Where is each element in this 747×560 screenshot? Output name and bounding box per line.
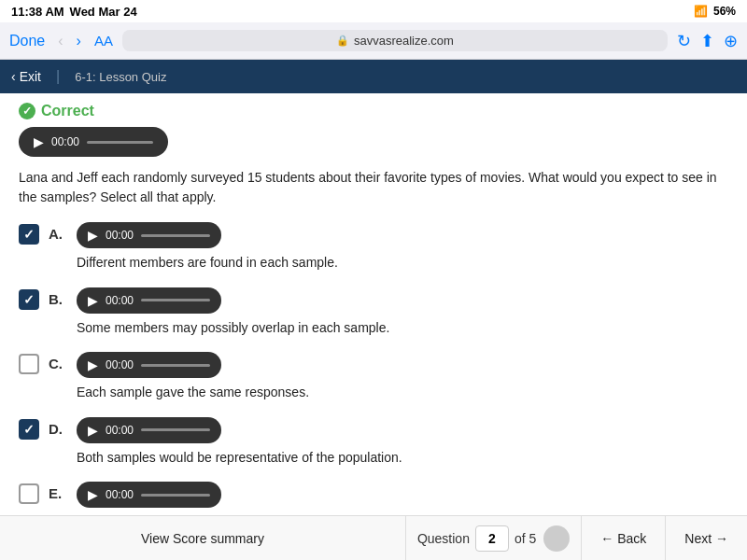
checkbox-c[interactable] <box>19 354 39 374</box>
nav-divider: | <box>56 68 60 85</box>
date-display: Wed Mar 24 <box>70 5 137 19</box>
question-number-input[interactable] <box>475 525 509 552</box>
question-label: Question <box>417 531 470 546</box>
bottom-bar: View Score summary Question of 5 ← Back … <box>0 515 747 560</box>
back-button[interactable]: ← Back <box>582 516 666 560</box>
exit-label: Exit <box>20 69 41 84</box>
content-area: ✓ Correct ▶ 00:00 Lana and Jeff each ran… <box>0 93 747 515</box>
audio-player-d[interactable]: ▶ 00:00 <box>77 417 221 443</box>
play-icon-c[interactable]: ▶ <box>88 357 98 372</box>
checkbox-b[interactable] <box>19 289 39 310</box>
option-label-c: C. <box>49 356 67 371</box>
correct-banner: ✓ Correct <box>19 103 728 119</box>
audio-time-d: 00:00 <box>106 424 134 437</box>
view-score-button[interactable]: View Score summary <box>0 516 406 560</box>
wifi-icon: 📶 <box>694 5 708 18</box>
url-text: savvasrealize.com <box>354 34 454 48</box>
progress-b <box>141 299 210 301</box>
option-content-e: ▶ 00:00 <box>77 482 728 508</box>
audio-player-e[interactable]: ▶ 00:00 <box>77 482 221 508</box>
audio-time-c: 00:00 <box>106 358 134 371</box>
done-button[interactable]: Done <box>9 33 45 49</box>
correct-label: Correct <box>41 103 94 119</box>
correct-check-icon: ✓ <box>19 103 35 119</box>
audio-player-b[interactable]: ▶ 00:00 <box>77 287 221 314</box>
option-label-e: E. <box>49 485 67 501</box>
main-audio-player[interactable]: ▶ 00:00 <box>19 127 168 157</box>
audio-time-e: 00:00 <box>106 488 134 501</box>
bookmark-icon[interactable]: ⊕ <box>724 31 738 51</box>
question-check-icon <box>543 525 570 552</box>
option-content-c: ▶ 00:00 Each sample gave the same respon… <box>77 352 728 402</box>
checkbox-d[interactable] <box>19 419 39 440</box>
question-of-label: of 5 <box>514 531 536 546</box>
play-icon-d[interactable]: ▶ <box>88 423 98 438</box>
audio-time-b: 00:00 <box>106 294 134 307</box>
app-nav-bar: ‹ Exit | 6-1: Lesson Quiz <box>0 60 747 93</box>
option-label-b: B. <box>49 291 67 307</box>
question-navigator: Question of 5 <box>406 516 582 560</box>
progress-d <box>141 428 210 431</box>
lesson-title: 6-1: Lesson Quiz <box>75 70 166 84</box>
option-row-c: C. ▶ 00:00 Each sample gave the same res… <box>19 352 728 402</box>
option-row-e: E. ▶ 00:00 <box>19 482 728 508</box>
checkbox-a[interactable] <box>19 224 39 245</box>
option-content-d: ▶ 00:00 Both samples would be representa… <box>77 417 728 468</box>
lock-icon: 🔒 <box>336 35 349 47</box>
option-text-a: Different members are found in each samp… <box>77 254 728 273</box>
option-row-d: D. ▶ 00:00 Both samples would be represe… <box>19 417 728 468</box>
exit-button[interactable]: ‹ Exit <box>11 69 41 84</box>
option-label-a: A. <box>49 226 67 242</box>
option-text-d: Both samples would be representative of … <box>77 449 728 468</box>
audio-player-c[interactable]: ▶ 00:00 <box>77 352 221 378</box>
option-label-d: D. <box>49 421 67 437</box>
aa-button[interactable]: AA <box>94 33 113 49</box>
exit-arrow-icon: ‹ <box>11 69 16 84</box>
battery-display: 56% <box>713 5 736 18</box>
share-icon[interactable]: ⬆ <box>700 31 714 51</box>
option-content-b: ▶ 00:00 Some members may possibly overla… <box>77 287 728 338</box>
play-icon-e[interactable]: ▶ <box>88 487 98 502</box>
option-text-b: Some members may possibly overlap in eac… <box>77 319 728 338</box>
forward-arrow-icon[interactable]: › <box>73 31 85 51</box>
audio-player-a[interactable]: ▶ 00:00 <box>77 222 221 248</box>
status-bar: 11:38 AM Wed Mar 24 📶 56% <box>0 0 747 22</box>
option-text-c: Each sample gave the same responses. <box>77 384 728 402</box>
play-icon-b[interactable]: ▶ <box>88 293 98 308</box>
time-display: 11:38 AM <box>11 5 64 19</box>
question-text: Lana and Jeff each randomly surveyed 15 … <box>19 168 728 207</box>
main-audio-time: 00:00 <box>51 135 79 148</box>
browser-bar: Done ‹ › AA 🔒 savvasrealize.com ↻ ⬆ ⊕ <box>0 22 747 60</box>
option-content-a: ▶ 00:00 Different members are found in e… <box>77 222 728 273</box>
audio-time-a: 00:00 <box>106 229 134 242</box>
url-bar[interactable]: 🔒 savvasrealize.com <box>122 30 668 51</box>
progress-e <box>141 494 210 497</box>
checkbox-e[interactable] <box>19 483 39 504</box>
progress-c <box>141 364 210 367</box>
option-row-b: B. ▶ 00:00 Some members may possibly ove… <box>19 287 728 338</box>
main-play-icon[interactable]: ▶ <box>34 134 44 149</box>
back-arrow-icon[interactable]: ‹ <box>54 31 66 51</box>
next-button[interactable]: Next → <box>666 516 747 560</box>
play-icon-a[interactable]: ▶ <box>88 228 98 243</box>
progress-a <box>141 234 210 237</box>
reload-icon[interactable]: ↻ <box>677 31 691 51</box>
main-audio-progress <box>87 141 153 144</box>
option-row-a: A. ▶ 00:00 Different members are found i… <box>19 222 728 273</box>
